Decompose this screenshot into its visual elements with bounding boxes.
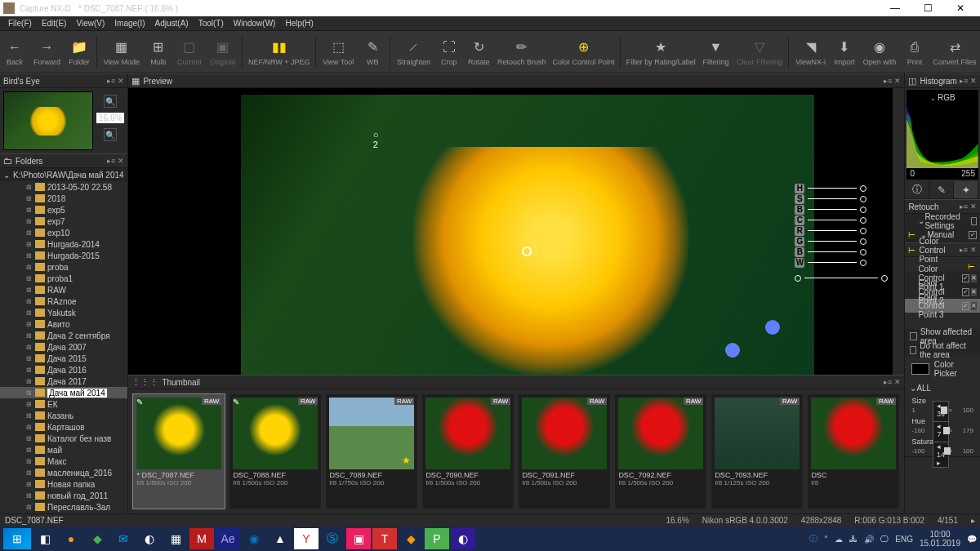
- folder-item[interactable]: ⊞Новая папка: [0, 478, 127, 490]
- folder-item[interactable]: ⊞Макс: [0, 455, 127, 467]
- folder-item[interactable]: ⊞exp5: [0, 204, 127, 216]
- thumbnail-item[interactable]: RAW✎DSC_7088.NEFf/8 1/500s ISO 200: [229, 394, 321, 509]
- task-app-8[interactable]: ◉: [242, 528, 266, 549]
- menu-view[interactable]: View(V): [71, 19, 109, 28]
- tray-up-icon[interactable]: ˄: [824, 535, 828, 544]
- view-tool-button[interactable]: ⬚View Tool: [318, 32, 358, 73]
- convert-button[interactable]: ⇄Convert Files: [929, 32, 980, 73]
- task-app-10[interactable]: Y: [294, 528, 318, 549]
- folder-item[interactable]: ⊞proba1: [0, 273, 127, 284]
- maximize-button[interactable]: ☐: [911, 0, 944, 16]
- folder-item[interactable]: ⊞2013-05-20 22.58: [0, 181, 127, 193]
- panel-menu-icon[interactable]: ▸≡: [107, 77, 115, 85]
- menu-image[interactable]: Image(I): [109, 19, 149, 28]
- all-expander[interactable]: ⌄ALL: [905, 381, 980, 395]
- thumbnail-item[interactable]: RAWDSC_7090.NEFf/8 1/500s ISO 200: [422, 394, 514, 509]
- rotate-button[interactable]: ↻Rotate: [464, 32, 494, 73]
- import-button[interactable]: ⬇Import: [830, 32, 859, 73]
- task-app-7[interactable]: Ae: [216, 528, 240, 549]
- task-app-1[interactable]: ●: [59, 528, 83, 549]
- minimize-button[interactable]: —: [879, 0, 911, 16]
- folder-item[interactable]: ⊞Yakutsk: [0, 307, 127, 318]
- system-tray[interactable]: ⓘ ˄ ☁ 🖧 🔊 🖵 ENG 10:0015.01.2019 💬: [809, 530, 977, 548]
- folder-item[interactable]: ⊞Авито: [0, 318, 127, 330]
- menu-window[interactable]: Window(W): [229, 19, 281, 28]
- folder-item[interactable]: ⊞Дача 2007: [0, 341, 127, 353]
- folder-item[interactable]: ⊞RAW: [0, 284, 127, 295]
- thumbnail-item[interactable]: RAWDSC_7093.NEFf/8 1/125s ISO 200: [711, 394, 803, 509]
- tray-notification-icon[interactable]: ⓘ: [809, 533, 817, 544]
- tray-lang[interactable]: ENG: [895, 535, 913, 544]
- back-button[interactable]: ←Back: [0, 32, 29, 73]
- preview-canvas[interactable]: ○ 2 HSBCRGBW: [128, 88, 904, 375]
- zoom-in-button[interactable]: 🔍: [104, 95, 117, 108]
- task-app-4[interactable]: ◐: [137, 528, 162, 549]
- task-app-9[interactable]: ▲: [268, 528, 292, 549]
- color-picker-row[interactable]: Color Picker: [905, 357, 980, 381]
- print-button[interactable]: ⎙Print: [900, 32, 929, 73]
- folder-item[interactable]: ⊞exp10: [0, 227, 127, 238]
- task-app-13[interactable]: T: [372, 528, 397, 549]
- menu-edit[interactable]: Edit(E): [37, 19, 72, 28]
- thumbnail-item[interactable]: RAWDSCf/8: [808, 394, 899, 509]
- open-with-button[interactable]: ◉Open with: [859, 32, 900, 73]
- folder-item[interactable]: ⊞Hurgada-2015: [0, 250, 127, 261]
- folder-item[interactable]: ⊞май: [0, 444, 127, 455]
- folders-path[interactable]: ⌄K:\Photo\RAW\Дача май 2014: [0, 168, 127, 181]
- folder-item[interactable]: ⊞ЕК: [0, 398, 127, 410]
- multi-button[interactable]: ⊞Multi: [144, 32, 173, 73]
- taskview-button[interactable]: ◧: [33, 528, 57, 549]
- folder-item[interactable]: ⊞Каталог без назв: [0, 433, 127, 444]
- menu-help[interactable]: Help(H): [280, 19, 318, 28]
- task-app-11[interactable]: Ⓢ: [320, 528, 345, 549]
- tray-cloud-icon[interactable]: ☁: [835, 535, 843, 544]
- folder-item[interactable]: ⊞новый год_2011: [0, 490, 127, 501]
- status-next-icon[interactable]: ▸: [971, 516, 975, 525]
- task-app-14[interactable]: ◆: [399, 528, 423, 549]
- tab-tools[interactable]: ✦: [954, 181, 978, 198]
- task-app-6[interactable]: M: [189, 528, 214, 549]
- menu-adjust[interactable]: Adjust(A): [150, 19, 194, 28]
- view-mode-button[interactable]: ▦View Mode: [100, 32, 144, 73]
- menu-tool[interactable]: Tool(T): [194, 19, 229, 28]
- folder-button[interactable]: 📁Folder: [65, 32, 94, 73]
- tray-volume-icon[interactable]: 🔊: [864, 535, 874, 544]
- color-control-point-button[interactable]: ⊕Color Control Point: [550, 32, 618, 73]
- start-button[interactable]: ⊞: [3, 528, 31, 549]
- original-button[interactable]: ▣Original: [206, 32, 239, 73]
- folder-item[interactable]: ⊞Дача 2016: [0, 364, 127, 375]
- preview-scrollbar[interactable]: [893, 88, 904, 375]
- filter-rating-button[interactable]: ★Filter by Rating/Label: [623, 32, 698, 73]
- wb-button[interactable]: ✎WB: [358, 32, 387, 73]
- thumbnail-item[interactable]: RAWDSC_7092.NEFf/8 1/500s ISO 200: [615, 394, 706, 509]
- tray-clock[interactable]: 10:0015.01.2019: [920, 530, 960, 548]
- folder-tree[interactable]: ⊞2013-05-20 22.58⊞2018⊞exp5⊞exp7⊞exp10⊞H…: [0, 181, 127, 513]
- ccp-point-2-marker[interactable]: ○ 2: [373, 130, 379, 149]
- color-swatch[interactable]: [911, 363, 929, 375]
- current-button[interactable]: ▢Current: [173, 32, 206, 73]
- tray-action-center-icon[interactable]: 💬: [967, 535, 977, 544]
- thumbnail-strip[interactable]: RAW✎* DSC_7087.NEFf/8 1/500s ISO 200RAW✎…: [128, 389, 904, 513]
- task-app-15[interactable]: P: [425, 528, 449, 549]
- thumbnail-item[interactable]: RAW✎* DSC_7087.NEFf/8 1/500s ISO 200: [133, 394, 225, 509]
- nefraw-button[interactable]: ▮▮NEF/NRW + JPEG: [245, 32, 313, 73]
- zoom-value[interactable]: 16,6%: [96, 113, 124, 123]
- ccp-slider-overlay[interactable]: HSBCRGBW: [795, 183, 888, 283]
- zoom-out-button[interactable]: 🔍: [104, 128, 117, 141]
- filtering-button[interactable]: ▼Filtering: [698, 32, 733, 73]
- ccp-point-row[interactable]: Color Control Point 3✕: [905, 299, 980, 313]
- thumbnail-item[interactable]: RAW★DSC_7089.NEFf/8 1/750s ISO 200: [326, 394, 417, 509]
- folder-item[interactable]: ⊞масленица_2016: [0, 467, 127, 478]
- viewnx-button[interactable]: ◥ViewNX-i: [791, 32, 830, 73]
- task-app-2[interactable]: ◆: [85, 528, 109, 549]
- forward-button[interactable]: →Forward: [29, 32, 65, 73]
- folder-item[interactable]: ⊞Дача 2015: [0, 353, 127, 364]
- folder-item[interactable]: ⊞2018: [0, 193, 127, 204]
- crop-button[interactable]: ⛶Crop: [434, 32, 464, 73]
- clear-filter-button[interactable]: ▽Clear Filtering: [733, 32, 786, 73]
- not-affect-checkbox[interactable]: Do not affect the area: [905, 343, 980, 357]
- tab-edit[interactable]: ✎: [929, 181, 954, 198]
- recorded-settings-row[interactable]: ⌄Recorded Settings: [905, 214, 980, 228]
- folder-item[interactable]: ⊞Дача 2017: [0, 375, 127, 387]
- tab-info[interactable]: ⓘ: [905, 181, 929, 198]
